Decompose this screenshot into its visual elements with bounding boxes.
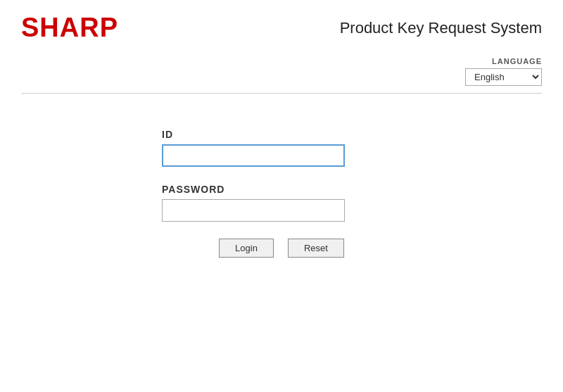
form-inner: ID PASSWORD Login Reset	[162, 129, 401, 258]
password-field-group: PASSWORD	[162, 184, 401, 222]
login-button[interactable]: Login	[219, 239, 274, 258]
id-label: ID	[162, 129, 401, 140]
language-section: LANGUAGE English Japanese Chinese	[0, 50, 563, 93]
password-label: PASSWORD	[162, 184, 401, 195]
section-divider	[21, 93, 542, 94]
login-form: ID PASSWORD Login Reset	[0, 115, 563, 258]
reset-button[interactable]: Reset	[288, 239, 344, 258]
language-select[interactable]: English Japanese Chinese	[465, 68, 542, 86]
password-input[interactable]	[162, 199, 345, 222]
page-title: Product Key Request System	[340, 19, 542, 37]
button-row: Login Reset	[162, 239, 401, 258]
id-input[interactable]	[162, 144, 345, 167]
id-field-group: ID	[162, 129, 401, 167]
header: SHARP Product Key Request System	[0, 0, 563, 50]
sharp-logo: SHARP	[21, 13, 118, 43]
language-label: LANGUAGE	[492, 57, 542, 65]
